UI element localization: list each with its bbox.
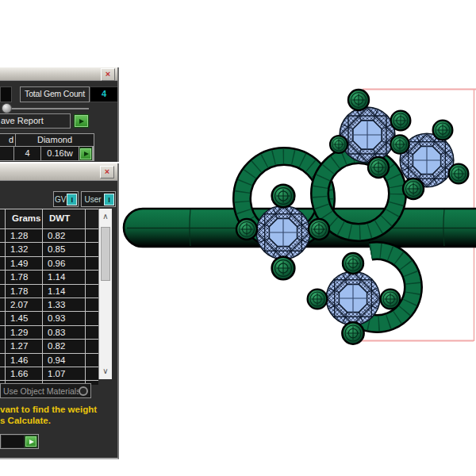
dwt-cell: 0.93 (43, 312, 85, 324)
grams-cell: 1.46 (6, 354, 42, 367)
table-row[interactable]: 1.320.85 (0, 243, 98, 255)
prong-ball (343, 253, 363, 274)
grams-cell: 1.78 (6, 285, 42, 298)
prong-ball (272, 185, 295, 208)
dwt-cell: 1.14 (43, 285, 85, 298)
prong-ball (236, 219, 257, 240)
table-row[interactable]: 1.781.14 (0, 285, 98, 298)
dwt-cell: 0.94 (43, 354, 85, 367)
user-toggle-label: User (83, 195, 103, 204)
grams-cell: 1.27 (6, 340, 42, 352)
prong-ball (330, 136, 347, 153)
dwt-cell: 0.83 (43, 326, 85, 339)
user-toggle-button[interactable]: I (104, 194, 114, 205)
table-row[interactable]: 1.490.96 (0, 257, 98, 270)
table-row[interactable]: 1.290.83 (0, 326, 98, 339)
gem-count-cell: 4 (14, 147, 40, 160)
panel-titlebar[interactable]: × (0, 67, 117, 81)
cut-cell (0, 147, 13, 160)
weights-table-header: Grams DWT (0, 209, 98, 228)
calculate-hint: vant to find the weight s Calculate. (0, 405, 117, 426)
play-icon (84, 152, 91, 156)
prong-ball (368, 157, 389, 178)
table-row[interactable]: 1.270.82 (0, 340, 98, 352)
gem-type-header: Diamond (16, 134, 94, 146)
scroll-up-icon[interactable]: ∧ (99, 209, 112, 225)
grams-cell: 1.66 (6, 367, 42, 380)
dwt-cell: 0.82 (43, 340, 85, 352)
scroll-down-icon[interactable]: ∨ (99, 363, 112, 379)
gem-summary-table: d Diamond 4 0.16tw (0, 133, 94, 161)
grams-cell: 1.28 (6, 229, 42, 242)
prong-ball (272, 257, 295, 280)
table-row[interactable]: 1.781.14 (0, 271, 98, 283)
calculate-field[interactable] (2, 436, 24, 447)
dwt-header[interactable]: DWT (43, 209, 85, 228)
gv-toggle-label: GV (55, 195, 66, 204)
slider-track[interactable] (6, 108, 89, 109)
save-report-label: ave Report (0, 113, 71, 129)
grams-cell: 1.29 (6, 326, 42, 339)
dwt-cell: 0.82 (43, 229, 85, 242)
dwt-cell: 1.14 (43, 271, 85, 283)
user-toggle[interactable]: User I (81, 191, 116, 207)
play-icon (79, 119, 86, 124)
play-icon (29, 440, 36, 444)
close-icon[interactable]: × (100, 166, 114, 178)
dwt-cell: 0.85 (43, 243, 85, 255)
gem-row-button[interactable] (79, 148, 92, 160)
grams-cell: 1.49 (6, 257, 42, 270)
panel-gem-weights: × GV I User I Grams DWT 1.280.82 1.320.8… (0, 163, 119, 459)
grams-cell: 2.07 (6, 298, 42, 311)
table-row[interactable]: 1.450.93 (0, 312, 98, 324)
cut-column-header: d (0, 134, 15, 146)
panel-titlebar[interactable]: × (0, 163, 117, 181)
prong-ball (391, 111, 411, 131)
hint-line-1: vant to find the weight (0, 405, 117, 416)
prong-ball (348, 90, 369, 110)
prong-ball (449, 164, 469, 184)
total-gem-count-label: Total Gem Count (20, 86, 90, 102)
calculate-button[interactable] (25, 436, 37, 447)
table-row[interactable]: 1.460.94 (0, 354, 98, 367)
prong-ball (381, 290, 401, 309)
table-scrollbar[interactable]: ∧ ∨ (98, 209, 112, 379)
hint-line-2: s Calculate. (0, 416, 117, 427)
weights-table: Grams DWT 1.280.82 1.320.85 1.490.96 1.7… (0, 209, 98, 385)
prong-ball (403, 178, 424, 199)
save-report-button[interactable] (74, 114, 89, 128)
gem-right[interactable] (390, 121, 468, 199)
gem-weight-cell: 0.16tw (41, 147, 79, 160)
calculate-controls (0, 434, 39, 449)
gv-toggle-button[interactable]: I (67, 194, 77, 205)
close-icon[interactable]: × (101, 68, 115, 81)
gv-toggle[interactable]: GV I (53, 191, 79, 207)
grams-cell: 1.45 (6, 312, 42, 324)
prong-ball (308, 290, 328, 309)
scrollbar-thumb[interactable] (101, 227, 110, 281)
grams-cell: 1.78 (6, 271, 42, 283)
dwt-cell: 1.33 (43, 298, 85, 311)
materials-dropdown[interactable]: Use Object Materials (0, 383, 91, 398)
slider-knob[interactable] (2, 103, 12, 113)
materials-dropdown-value: Use Object Materials (1, 386, 79, 396)
total-gem-count-value: 4 (90, 86, 118, 102)
dwt-cell: 0.96 (43, 257, 85, 270)
gem-row-button-cell (79, 147, 92, 160)
dropdown-circle-icon[interactable] (79, 386, 88, 396)
dwt-cell: 1.07 (43, 367, 85, 380)
table-row[interactable]: 2.071.33 (0, 298, 98, 311)
grams-header[interactable]: Grams (6, 209, 42, 228)
table-row[interactable]: 1.280.82 (0, 229, 98, 242)
table-row[interactable]: 1.661.07 (0, 367, 98, 380)
prong-ball (342, 322, 363, 344)
prong-ball (309, 219, 329, 240)
panel-gem-report: × Total Gem Count 4 ave Report d Diamond… (0, 67, 119, 162)
prong-ball (433, 121, 453, 140)
count-field-cut (0, 86, 12, 102)
grams-cell: 1.32 (6, 243, 42, 255)
prong-ball (390, 135, 409, 153)
